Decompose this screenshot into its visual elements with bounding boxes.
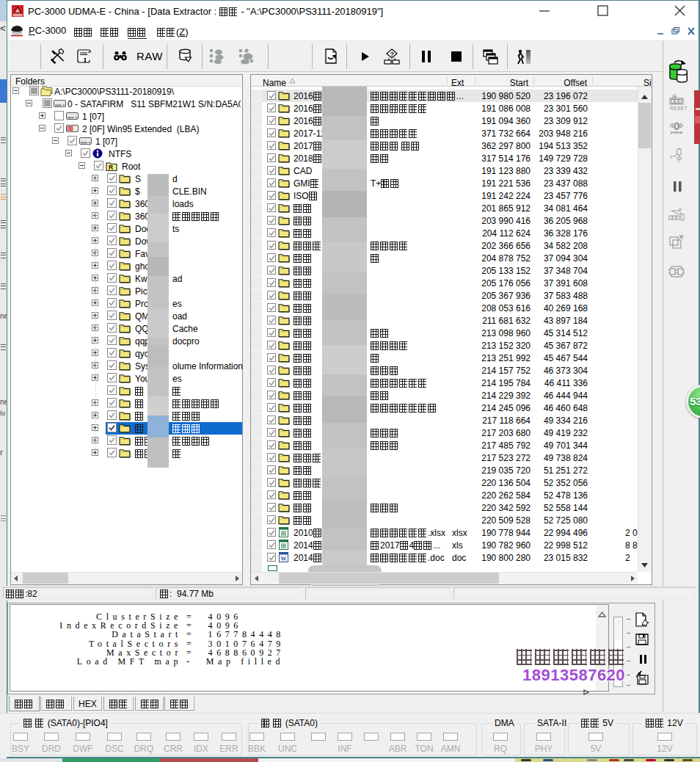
svg-text:W: W (281, 556, 287, 562)
svg-text:EXT: EXT (68, 126, 76, 131)
svg-text:0: 0 (674, 120, 679, 132)
svg-text:?: ? (390, 51, 395, 58)
svg-text:R: R (109, 164, 113, 171)
svg-text:RESET: RESET (670, 106, 688, 111)
